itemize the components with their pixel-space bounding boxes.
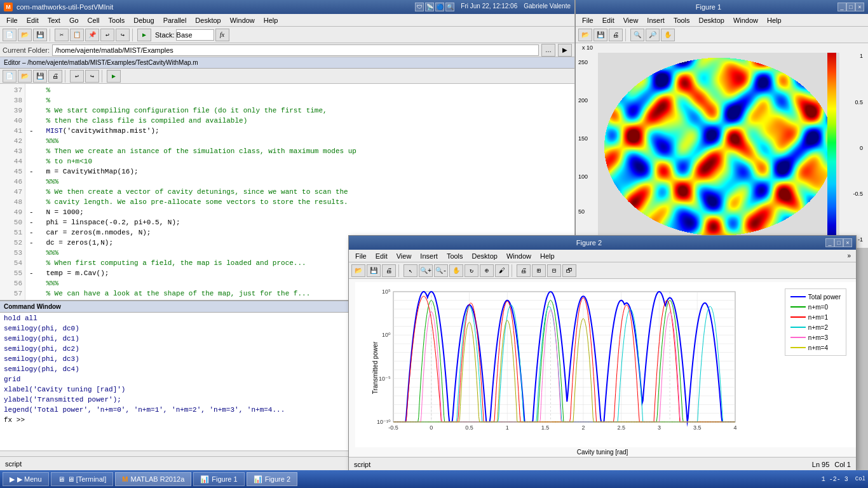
fig2-rotate[interactable]: ↻ xyxy=(465,264,478,277)
line-numbers: 37 38 39 40 41 42 43 44 45 46 47 48 49 5… xyxy=(0,84,25,305)
etb-print[interactable]: 🖨 xyxy=(48,70,62,83)
etb-new[interactable]: 📄 xyxy=(3,70,17,83)
taskbar-menu-btn[interactable]: ▶ ▶ Menu xyxy=(3,472,49,486)
cf-go-btn[interactable]: ▶ xyxy=(558,44,572,57)
menu-go[interactable]: Go xyxy=(65,15,83,25)
taskbar-matlab-btn[interactable]: M MATLAB R2012a xyxy=(115,472,191,486)
cf-browse-btn[interactable]: … xyxy=(541,44,555,57)
fig2-menu-edit[interactable]: Edit xyxy=(372,251,391,261)
menu-desktop[interactable]: Desktop xyxy=(191,15,224,25)
fig2-tb-save[interactable]: 💾 xyxy=(367,264,381,277)
tb-new-icon[interactable]: 📄 xyxy=(3,29,17,41)
fig2-tb-open[interactable]: 📂 xyxy=(351,264,365,277)
fig1-menu-edit[interactable]: Edit xyxy=(599,15,618,25)
editor-title: Editor – /home/vajente/matlab/MIST/Examp… xyxy=(4,59,198,66)
fig1-pan[interactable]: ✋ xyxy=(661,29,675,41)
etb-save[interactable]: 💾 xyxy=(33,70,47,83)
etb-open[interactable]: 📂 xyxy=(18,70,32,83)
fig2-pan[interactable]: ✋ xyxy=(449,264,463,277)
menu-debug[interactable]: Debug xyxy=(130,15,158,25)
menu-parallel[interactable]: Parallel xyxy=(159,15,191,25)
fig2-datacursor[interactable]: ⊕ xyxy=(480,264,494,277)
fig2-print-btn[interactable]: 🖨 xyxy=(517,264,531,277)
current-folder-bar: Current Folder: … ▶ xyxy=(0,43,574,57)
menu-file[interactable]: File xyxy=(3,15,22,25)
cf-input[interactable] xyxy=(52,44,539,56)
fig2-menu-desktop[interactable]: Desktop xyxy=(468,251,501,261)
fig1-tb-print[interactable]: 🖨 xyxy=(609,29,623,41)
taskbar-fig1-btn[interactable]: 📊 Figure 1 xyxy=(193,472,244,486)
fig2-toolbar: 📂 💾 🖨 ↖ 🔍+ 🔍- ✋ ↻ ⊕ 🖌 🖨 ⊞ ⊟ 🗗 xyxy=(349,262,856,279)
fig2-window-btn[interactable]: 🗗 xyxy=(562,264,576,277)
fig1-menu-help[interactable]: Help xyxy=(763,15,785,25)
cb-tick-m0.5: -0.5 xyxy=(853,191,863,197)
fig1-tb-open[interactable]: 📂 xyxy=(578,29,592,41)
fig1-close[interactable]: × xyxy=(855,3,864,11)
fig2-canvas: Total power n+m=0 n+m=1 n+m=2 n+m=3 n+m=… xyxy=(349,279,856,457)
fig1-menu-tools[interactable]: Tools xyxy=(670,15,694,25)
fig1-ytick-50: 50 xyxy=(578,208,585,215)
legend-line-nm4 xyxy=(790,347,806,348)
fig2-tile[interactable]: ⊞ xyxy=(532,264,546,277)
fig2-brush[interactable]: 🖌 xyxy=(495,264,509,277)
fig2-menu-tools[interactable]: Tools xyxy=(443,251,467,261)
fig2-title: Figure 2 xyxy=(353,239,825,247)
tb-fx-icon[interactable]: fx xyxy=(215,29,229,41)
menu-help[interactable]: Help xyxy=(260,15,282,25)
menu-text[interactable]: Text xyxy=(44,15,64,25)
fig2-tb-print[interactable]: 🖨 xyxy=(382,264,396,277)
tb-cut-icon[interactable]: ✂ xyxy=(55,29,69,41)
matlab-menubar: File Edit Text Go Cell Tools Debug Paral… xyxy=(0,14,574,27)
fig1-menu-window[interactable]: Window xyxy=(729,15,762,25)
fig1-menu-desktop[interactable]: Desktop xyxy=(695,15,728,25)
menu-tools[interactable]: Tools xyxy=(105,15,129,25)
taskbar-fig2-btn[interactable]: 📊 Figure 2 xyxy=(247,472,297,486)
fig1-tb-save[interactable]: 💾 xyxy=(593,29,607,41)
etb-redo[interactable]: ↪ xyxy=(85,70,99,83)
fig2-maximize[interactable]: □ xyxy=(834,238,843,247)
window-search-icon: 🔍 xyxy=(445,3,454,11)
window-wifi-icon: 📡 xyxy=(425,3,434,11)
fig2-expand-btn[interactable]: » xyxy=(847,252,851,259)
menu-edit[interactable]: Edit xyxy=(23,15,43,25)
fig2-arrow[interactable]: ↖ xyxy=(403,264,417,277)
fig2-sep2 xyxy=(512,264,514,277)
fig1-zoom-in[interactable]: 🔍 xyxy=(630,29,644,41)
legend-label-total: Total power xyxy=(808,294,841,301)
etb-sep1 xyxy=(65,70,67,83)
fig1-menu-insert[interactable]: Insert xyxy=(643,15,668,25)
tb-undo-icon[interactable]: ↩ xyxy=(100,29,114,41)
taskbar-start-label: ▶ Menu xyxy=(17,475,42,484)
fig2-minimize[interactable]: _ xyxy=(825,238,834,247)
fig1-menu-view[interactable]: View xyxy=(620,15,642,25)
fig2-menu-help[interactable]: Help xyxy=(536,251,559,261)
tb-paste-icon[interactable]: 📌 xyxy=(85,29,99,41)
cb-tick-m1: -1 xyxy=(858,236,863,243)
fig1-ytick-100: 100 xyxy=(578,173,588,180)
tb-run-icon[interactable]: ▶ xyxy=(137,29,151,41)
fig1-minimize[interactable]: _ xyxy=(837,3,846,11)
fig2-zoom-in[interactable]: 🔍+ xyxy=(419,264,433,277)
fig1-maximize[interactable]: □ xyxy=(846,3,855,11)
etb-run[interactable]: ▶ xyxy=(107,70,121,83)
tb-open-icon[interactable]: 📂 xyxy=(18,29,32,41)
fig1-x10-label: x 10 xyxy=(582,44,593,51)
fig2-tile2[interactable]: ⊟ xyxy=(547,264,561,277)
fig2-menu-view[interactable]: View xyxy=(393,251,416,261)
legend-label-nm0: n+m=0 xyxy=(808,304,828,311)
etb-undo[interactable]: ↩ xyxy=(70,70,84,83)
tb-copy-icon[interactable]: 📋 xyxy=(70,29,84,41)
fig2-menu-insert[interactable]: Insert xyxy=(416,251,442,261)
fig1-menu-file[interactable]: File xyxy=(578,15,597,25)
fig2-zoom-out[interactable]: 🔍- xyxy=(434,264,448,277)
fig2-close[interactable]: × xyxy=(843,238,852,247)
stack-input[interactable] xyxy=(176,29,214,41)
tb-redo-icon[interactable]: ↪ xyxy=(116,29,130,41)
tb-save-icon[interactable]: 💾 xyxy=(33,29,47,41)
fig2-menu-file[interactable]: File xyxy=(351,251,370,261)
menu-cell[interactable]: Cell xyxy=(84,15,104,25)
menu-window[interactable]: Window xyxy=(226,15,259,25)
taskbar-terminal-btn[interactable]: 🖥 🖥 [Terminal] xyxy=(51,472,114,486)
fig2-menu-window[interactable]: Window xyxy=(503,251,535,261)
fig1-zoom-out[interactable]: 🔎 xyxy=(646,29,660,41)
